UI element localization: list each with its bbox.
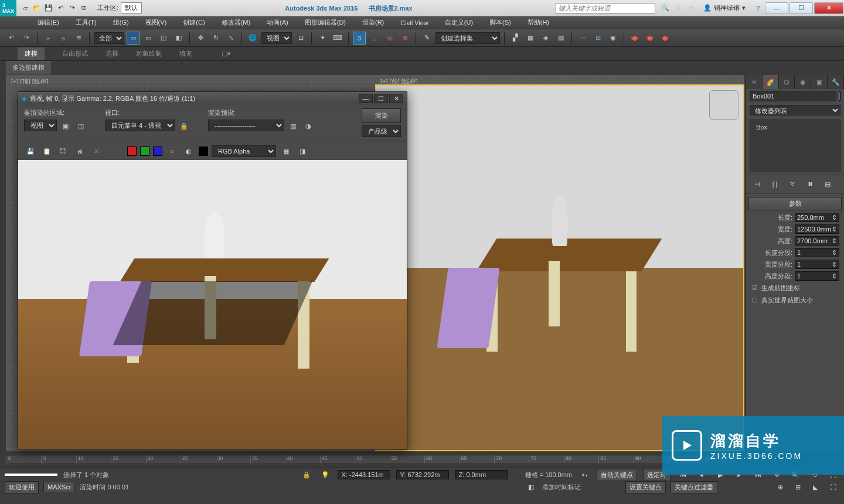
layer-icon[interactable]: ◈	[539, 32, 552, 45]
save-image-icon[interactable]: 💾	[24, 145, 37, 158]
save-icon[interactable]: 💾	[43, 3, 54, 13]
tab-populate[interactable]: 填充	[179, 49, 192, 58]
region-icon[interactable]: ▣	[59, 120, 72, 132]
lock-viewport-icon[interactable]: 🔒	[178, 120, 190, 132]
mirror-icon[interactable]: ▞	[509, 32, 522, 45]
cp-tab-modify[interactable]: 🌈	[763, 75, 779, 89]
manipulate-icon[interactable]: ✦	[316, 32, 329, 45]
auto-region-icon[interactable]: ◫	[74, 120, 87, 132]
signin-button[interactable]: 👤 钢神绿钢 ▾	[703, 4, 746, 12]
material-icon[interactable]: ◉	[607, 32, 620, 45]
menu-group[interactable]: 组(G)	[105, 16, 137, 29]
channel-select[interactable]: RGB Alpha	[212, 145, 276, 157]
cp-tab-hierarchy[interactable]: ⌬	[779, 75, 795, 89]
nav-zoomall-icon[interactable]: ⊞	[791, 481, 804, 493]
toggle-ui-icon[interactable]: ◨	[296, 145, 309, 158]
channel-blue[interactable]	[153, 147, 162, 156]
select-icon[interactable]: ▭	[127, 32, 139, 45]
angle-snap-icon[interactable]: ⦟	[368, 32, 381, 45]
move-icon[interactable]: ✥	[194, 32, 207, 45]
viewport-front[interactable]: [+] [前] [线框]	[375, 75, 744, 84]
print-icon[interactable]: 🖨	[73, 145, 86, 158]
tab-modeling[interactable]: 建模	[18, 47, 45, 60]
add-time-tag[interactable]: 添加时间标记	[542, 483, 581, 492]
welcome-button[interactable]: 欢迎使用	[5, 481, 39, 493]
alpha-icon[interactable]: ◐	[182, 145, 195, 158]
mono-icon[interactable]: ○	[166, 145, 179, 158]
clone-icon[interactable]: ⿻	[57, 145, 70, 158]
minimize-button[interactable]: —	[765, 2, 788, 14]
param-spinner[interactable]: 1⇕	[795, 248, 839, 257]
toggle-overlay-icon[interactable]: ▦	[280, 145, 292, 158]
pivot-icon[interactable]: ⊡	[294, 32, 307, 45]
snap-3d-icon[interactable]: 3	[353, 32, 366, 45]
channel-green[interactable]	[140, 147, 149, 156]
cp-tab-motion[interactable]: ◉	[795, 75, 811, 89]
help-icon[interactable]: ?	[751, 2, 764, 15]
menu-tools[interactable]: 工具(T)	[67, 16, 105, 29]
align-icon[interactable]: ▦	[524, 32, 537, 45]
ref-coord-icon[interactable]: 🌐	[246, 32, 259, 45]
render-prod-select[interactable]: 产品级	[362, 125, 401, 137]
named-sel-set[interactable]: 创建选择集	[435, 32, 500, 44]
menu-modifiers[interactable]: 修改器(M)	[213, 16, 259, 29]
isolate-icon[interactable]: 💡	[319, 468, 332, 481]
time-slider[interactable]: 0510152025303540455055606570758085909510…	[0, 452, 744, 468]
render-preset-select[interactable]: -------------------	[208, 120, 284, 131]
menu-edit[interactable]: 编辑(E)	[29, 16, 67, 29]
param-spinner[interactable]: 1⇕	[795, 271, 839, 281]
redo-btn[interactable]: ↷	[20, 32, 33, 45]
nav-zoom2-icon[interactable]: ⊕	[774, 481, 787, 493]
param-spinner[interactable]: 12500.0mm⇕	[795, 224, 839, 234]
cp-tab-display[interactable]: ▣	[811, 75, 828, 89]
unlink-icon[interactable]: ⟐	[57, 32, 70, 45]
clear-icon[interactable]: ✕	[90, 145, 103, 158]
rotate-icon[interactable]: ↻	[209, 32, 222, 45]
configure-icon[interactable]: ▤	[821, 178, 834, 190]
keyboard-icon[interactable]: ⌨	[331, 32, 344, 45]
poly-model-button[interactable]: 多边形建模	[6, 61, 51, 74]
cp-tab-utilities[interactable]: 🔧	[828, 75, 844, 89]
menu-maxscript[interactable]: 脚本(S)	[481, 16, 519, 29]
stack-item[interactable]: Box	[753, 122, 838, 132]
object-name-field[interactable]	[750, 91, 836, 101]
remove-mod-icon[interactable]: ✖	[804, 178, 816, 190]
params-rollout-header[interactable]: 参数	[748, 197, 842, 210]
toggle-ribbon-icon[interactable]: ▤	[554, 32, 567, 45]
coord-x[interactable]: X: -2443.151m	[338, 470, 390, 479]
search-input[interactable]	[556, 3, 655, 13]
param-spinner[interactable]: 2700.0mm⇕	[795, 236, 839, 246]
menu-create[interactable]: 创建(C)	[175, 16, 213, 29]
viewport-top[interactable]: [+] [顶] [线框]	[6, 75, 375, 84]
open-icon[interactable]: 📂	[32, 3, 42, 13]
key-filters-button[interactable]: 关键点过滤器	[671, 481, 717, 493]
channel-red[interactable]	[127, 147, 137, 156]
cp-tab-create[interactable]: ✳	[746, 75, 763, 89]
schematic-icon[interactable]: ⊞	[591, 32, 604, 45]
menu-rendering[interactable]: 渲染(R)	[354, 16, 392, 29]
coord-y[interactable]: Y: 6732.292m	[396, 470, 449, 479]
project-icon[interactable]: ⧉	[79, 3, 89, 13]
comm-center-icon[interactable]: ✪	[672, 2, 685, 15]
time-tag-icon[interactable]: ◧	[525, 481, 537, 493]
nav-fov-icon[interactable]: ◣	[809, 481, 822, 493]
render-max-button[interactable]: ☐	[374, 94, 388, 103]
copy-image-icon[interactable]: 📋	[40, 145, 53, 158]
close-button[interactable]: ✕	[814, 2, 843, 14]
bind-icon[interactable]: ≋	[72, 32, 85, 45]
autokey-button[interactable]: 自动关键点	[597, 469, 637, 481]
render-min-button[interactable]: —	[359, 94, 373, 103]
render-frame-icon[interactable]: 🫖	[644, 32, 656, 45]
favorite-icon[interactable]: ★	[685, 2, 697, 15]
select-region-icon[interactable]: ◫	[157, 32, 170, 45]
param-spinner[interactable]: 1⇕	[795, 260, 839, 269]
maximize-button[interactable]: ☐	[789, 2, 813, 14]
selection-filter[interactable]: 全部	[94, 32, 124, 44]
realworld-check[interactable]: ☐真实世界贴图大小	[746, 294, 844, 307]
scale-icon[interactable]: ⤡	[224, 32, 237, 45]
select-name-icon[interactable]: ▭	[142, 32, 155, 45]
render-prod-icon[interactable]: 🫖	[659, 32, 672, 45]
object-color-swatch[interactable]	[839, 91, 840, 101]
link-icon[interactable]: ⟐	[42, 32, 55, 45]
tab-freeform[interactable]: 自由形式	[62, 49, 88, 58]
